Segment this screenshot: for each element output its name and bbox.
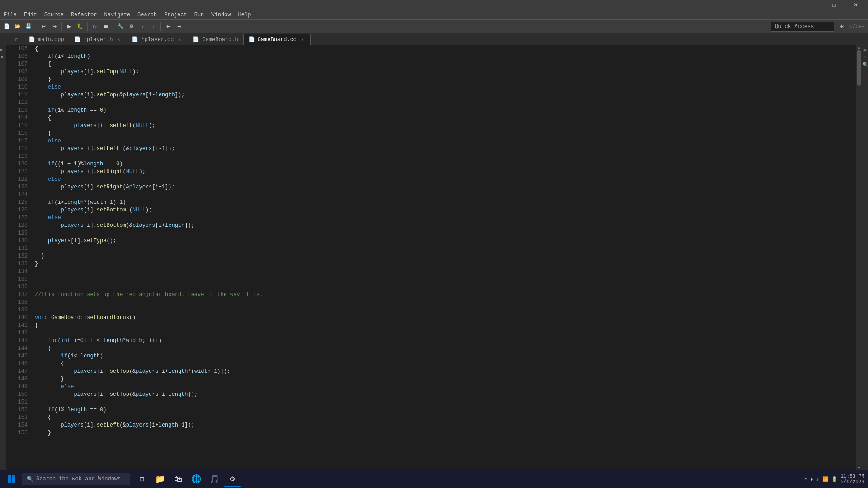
code-line: else	[35, 383, 856, 391]
title-bar-controls: ─ □ ✕	[802, 0, 866, 10]
tab-player-cc[interactable]: 📄 *player.cc ✕	[127, 34, 188, 45]
menu-window[interactable]: Window	[208, 10, 234, 19]
menu-refactor[interactable]: Refactor	[67, 10, 101, 19]
close-button[interactable]: ✕	[845, 0, 866, 10]
tab-icon: 📄	[132, 36, 138, 43]
code-line: {	[35, 61, 856, 68]
tab-bar: ─ □ 📄 main.cpp 📄 *player.h ✕ 📄 *player.c…	[0, 33, 868, 45]
code-line: else	[35, 84, 856, 91]
debug-button[interactable]: 🐛	[75, 22, 85, 32]
undo-button[interactable]: ↩	[38, 22, 48, 32]
code-content[interactable]: { if(i< length) { players[i].setTop(NULL…	[31, 45, 856, 471]
code-line: else	[35, 137, 856, 145]
code-editor[interactable]: 1051061071081091101111121131141151161171…	[6, 45, 856, 471]
open-button[interactable]: 📂	[13, 22, 23, 32]
toolbar-btn-4[interactable]: ↓	[148, 22, 158, 32]
code-line: else	[35, 214, 856, 222]
menu-search[interactable]: Search	[134, 10, 160, 19]
stop-button[interactable]: ⏹	[101, 22, 111, 32]
line-numbers: 1051061071081091101111121131141151161171…	[6, 45, 31, 471]
restore-button[interactable]: □	[824, 0, 844, 10]
menu-run[interactable]: Run	[191, 10, 208, 19]
menu-project[interactable]: Project	[160, 10, 190, 19]
toolbar-btn-3[interactable]: ↑	[137, 22, 147, 32]
line-number: 147	[6, 368, 28, 375]
tab-gameboard-cc[interactable]: 📄 GameBoard.cc ✕	[243, 34, 311, 45]
code-line: }	[35, 375, 856, 383]
right-panel-icon-2[interactable]: ≡	[863, 54, 867, 61]
tab-gameboard-h[interactable]: 📄 GameBoard.h	[188, 34, 243, 45]
code-line	[35, 245, 856, 253]
toolbar-btn-5[interactable]: ⬅	[163, 22, 173, 32]
taskbar-search[interactable]: 🔍 Search the web and Windows	[22, 473, 130, 485]
save-button[interactable]: 💾	[24, 22, 33, 32]
line-number: 139	[6, 306, 28, 314]
code-line: players[i].setLeft(NULL);	[35, 122, 856, 130]
line-number: 134	[6, 268, 28, 276]
tab-icon: 📄	[248, 36, 255, 43]
code-line	[35, 153, 856, 160]
quick-access-input[interactable]: Quick Access	[771, 22, 834, 32]
redo-button[interactable]: ↪	[49, 22, 59, 32]
tab-close-gameboard-cc[interactable]: ✕	[299, 37, 306, 43]
right-panel-icon-3[interactable]: 🔍	[862, 61, 868, 68]
perspective-button[interactable]: ⊞	[837, 22, 847, 32]
code-line: //This function sets up the rectangular …	[35, 291, 856, 299]
taskbar-app-task-view[interactable]: ⊞	[134, 471, 150, 487]
line-number: 110	[6, 84, 28, 91]
tab-close-player-h[interactable]: ✕	[115, 37, 122, 43]
right-panel-icon-1[interactable]: ⊞	[863, 47, 867, 54]
code-line: {	[35, 414, 856, 422]
menu-edit[interactable]: Edit	[20, 10, 41, 19]
right-panels: ⊞ ≡ 🔍	[862, 45, 868, 471]
svg-rect-1	[12, 475, 15, 479]
code-line: {	[35, 322, 856, 329]
code-line: players[i].setBottom(&players[i+length])…	[35, 222, 856, 230]
tab-close-player-cc[interactable]: ✕	[176, 37, 183, 43]
activity-bar-left: ▶ ◀	[0, 45, 6, 471]
scrollbar-thumb-v[interactable]	[857, 50, 861, 86]
maximize-panel-button[interactable]: □	[12, 35, 22, 45]
scrollbar-vertical[interactable]: ▲ ▼	[856, 45, 862, 471]
toolbar-btn-2[interactable]: ⚙	[127, 22, 137, 32]
line-number: 114	[6, 114, 28, 122]
menu-navigate[interactable]: Navigate	[100, 10, 134, 19]
line-number: 127	[6, 214, 28, 222]
svg-rect-0	[8, 475, 11, 479]
start-button[interactable]	[4, 471, 20, 487]
line-number: 129	[6, 230, 28, 237]
line-number: 115	[6, 122, 28, 130]
tab-player-h[interactable]: 📄 *player.h ✕	[69, 34, 127, 45]
menu-source[interactable]: Source	[41, 10, 67, 19]
code-line: players[i].setLeft(&players[i+length-1])…	[35, 422, 856, 429]
new-file-button[interactable]: 📄	[2, 22, 12, 32]
activity-icon-1[interactable]: ▶	[0, 47, 6, 52]
line-number: 125	[6, 199, 28, 206]
editor-main: ▶ ◀ 105106107108109110111112113114115116…	[0, 45, 868, 471]
code-line	[35, 306, 856, 314]
build-button[interactable]: ▶	[64, 22, 74, 32]
taskbar-app-files[interactable]: 📁	[152, 471, 168, 487]
toolbar-btn-6[interactable]: ➡	[174, 22, 184, 32]
code-line: if(i>length*(width-1)-1)	[35, 199, 856, 206]
taskbar-app-store[interactable]: 🛍	[170, 471, 186, 487]
toolbar-btn-1[interactable]: 🔧	[116, 22, 126, 32]
line-number: 108	[6, 68, 28, 76]
line-number: 143	[6, 337, 28, 345]
taskbar-right: ^ ♦ ♪ 📶 🔋 11:53 PM 5/9/2024	[804, 474, 864, 484]
taskbar-app-chrome[interactable]: 🌐	[188, 471, 204, 487]
menu-help[interactable]: Help	[235, 10, 255, 19]
editor-wrapper: ▶ ◀ 105106107108109110111112113114115116…	[0, 45, 868, 476]
taskbar-app-eclipse[interactable]: ⚙	[224, 471, 241, 487]
code-line: {	[35, 360, 856, 368]
line-number: 141	[6, 322, 28, 329]
taskbar-app-media[interactable]: 🎵	[206, 471, 222, 487]
activity-icon-2[interactable]: ◀	[0, 54, 6, 60]
menu-file[interactable]: File	[0, 10, 20, 19]
code-line: players[i].setLeft (&players[i-1]);	[35, 145, 856, 153]
tab-main-cpp[interactable]: 📄 main.cpp	[24, 34, 69, 45]
svg-rect-2	[8, 479, 11, 483]
minimize-panel-button[interactable]: ─	[2, 35, 12, 45]
minimize-button[interactable]: ─	[802, 0, 823, 10]
run-button[interactable]: ▷	[90, 22, 100, 32]
